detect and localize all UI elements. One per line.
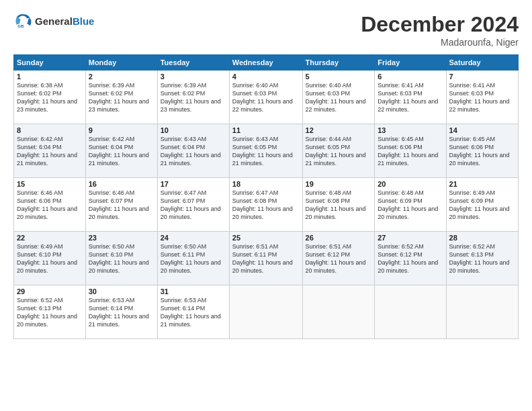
day-number: 8 (17, 126, 83, 134)
calendar-cell: 21 Sunrise: 6:49 AMSunset: 6:09 PMDaylig… (446, 178, 518, 232)
day-number: 5 (306, 73, 372, 81)
day-number: 12 (306, 126, 372, 134)
calendar-cell: 22 Sunrise: 6:49 AMSunset: 6:10 PMDaylig… (14, 232, 86, 285)
calendar-cell: 9 Sunrise: 6:42 AMSunset: 6:04 PMDayligh… (85, 124, 157, 178)
day-number: 24 (161, 234, 226, 242)
calendar-cell: 24 Sunrise: 6:50 AMSunset: 6:11 PMDaylig… (157, 232, 229, 285)
day-number: 9 (89, 126, 154, 134)
day-number: 25 (232, 234, 300, 242)
calendar-table: Sunday Monday Tuesday Wednesday Thursday… (13, 54, 519, 339)
day-info: Sunrise: 6:41 AMSunset: 6:03 PMDaylight:… (378, 82, 438, 113)
day-number: 26 (306, 234, 372, 242)
day-info: Sunrise: 6:49 AMSunset: 6:10 PMDaylight:… (17, 243, 77, 274)
day-number: 16 (89, 180, 154, 188)
calendar-cell: 28 Sunrise: 6:52 AMSunset: 6:13 PMDaylig… (446, 232, 518, 285)
day-number: 2 (89, 73, 154, 81)
day-info: Sunrise: 6:42 AMSunset: 6:04 PMDaylight:… (89, 136, 149, 167)
calendar-cell: 25 Sunrise: 6:51 AMSunset: 6:11 PMDaylig… (229, 232, 302, 285)
day-info: Sunrise: 6:53 AMSunset: 6:14 PMDaylight:… (89, 297, 149, 328)
day-info: Sunrise: 6:47 AMSunset: 6:08 PMDaylight:… (232, 189, 293, 220)
calendar-cell: 13 Sunrise: 6:45 AMSunset: 6:06 PMDaylig… (375, 124, 446, 178)
calendar-cell: 27 Sunrise: 6:52 AMSunset: 6:12 PMDaylig… (375, 232, 446, 285)
calendar-cell: 23 Sunrise: 6:50 AMSunset: 6:10 PMDaylig… (85, 232, 157, 285)
day-info: Sunrise: 6:52 AMSunset: 6:13 PMDaylight:… (17, 297, 77, 328)
calendar-cell: 2 Sunrise: 6:39 AMSunset: 6:02 PMDayligh… (85, 71, 157, 124)
day-info: Sunrise: 6:49 AMSunset: 6:09 PMDaylight:… (449, 189, 510, 220)
day-number: 23 (89, 234, 154, 242)
day-info: Sunrise: 6:52 AMSunset: 6:12 PMDaylight:… (378, 243, 438, 274)
day-info: Sunrise: 6:48 AMSunset: 6:09 PMDaylight:… (378, 189, 438, 220)
header-friday: Friday (375, 55, 446, 71)
calendar-cell: 30 Sunrise: 6:53 AMSunset: 6:14 PMDaylig… (85, 285, 157, 339)
day-info: Sunrise: 6:40 AMSunset: 6:03 PMDaylight:… (306, 82, 366, 113)
calendar-cell: 10 Sunrise: 6:43 AMSunset: 6:04 PMDaylig… (157, 124, 229, 178)
day-number: 3 (161, 73, 226, 81)
day-number: 22 (17, 234, 83, 242)
day-info: Sunrise: 6:51 AMSunset: 6:11 PMDaylight:… (232, 243, 293, 274)
page: GB GeneralBlue December 2024 Madarounfa,… (0, 0, 532, 411)
calendar-cell: 6 Sunrise: 6:41 AMSunset: 6:03 PMDayligh… (375, 71, 446, 124)
day-info: Sunrise: 6:39 AMSunset: 6:02 PMDaylight:… (89, 82, 149, 113)
calendar-cell: 16 Sunrise: 6:46 AMSunset: 6:07 PMDaylig… (85, 178, 157, 232)
calendar-cell: 31 Sunrise: 6:53 AMSunset: 6:14 PMDaylig… (157, 285, 229, 339)
day-number: 10 (161, 126, 226, 134)
day-info: Sunrise: 6:50 AMSunset: 6:10 PMDaylight:… (89, 243, 149, 274)
calendar-cell: 29 Sunrise: 6:52 AMSunset: 6:13 PMDaylig… (14, 285, 86, 339)
day-number: 30 (89, 287, 154, 295)
week-row-4: 22 Sunrise: 6:49 AMSunset: 6:10 PMDaylig… (14, 232, 519, 285)
day-info: Sunrise: 6:44 AMSunset: 6:05 PMDaylight:… (306, 136, 366, 167)
calendar-cell: 11 Sunrise: 6:43 AMSunset: 6:05 PMDaylig… (229, 124, 302, 178)
header-wednesday: Wednesday (229, 55, 302, 71)
calendar-cell: 12 Sunrise: 6:44 AMSunset: 6:05 PMDaylig… (302, 124, 375, 178)
calendar-cell (446, 285, 518, 339)
day-number: 28 (449, 234, 515, 242)
day-info: Sunrise: 6:46 AMSunset: 6:07 PMDaylight:… (89, 189, 149, 220)
calendar-cell: 7 Sunrise: 6:41 AMSunset: 6:03 PMDayligh… (446, 71, 518, 124)
day-info: Sunrise: 6:38 AMSunset: 6:02 PMDaylight:… (17, 82, 77, 113)
day-info: Sunrise: 6:45 AMSunset: 6:06 PMDaylight:… (378, 136, 438, 167)
day-info: Sunrise: 6:39 AMSunset: 6:02 PMDaylight:… (161, 82, 221, 113)
header-sunday: Sunday (14, 55, 86, 71)
calendar-cell: 19 Sunrise: 6:48 AMSunset: 6:08 PMDaylig… (302, 178, 375, 232)
day-info: Sunrise: 6:51 AMSunset: 6:12 PMDaylight:… (306, 243, 366, 274)
header-saturday: Saturday (446, 55, 518, 71)
week-row-5: 29 Sunrise: 6:52 AMSunset: 6:13 PMDaylig… (14, 285, 519, 339)
calendar-cell: 26 Sunrise: 6:51 AMSunset: 6:12 PMDaylig… (302, 232, 375, 285)
day-info: Sunrise: 6:46 AMSunset: 6:06 PMDaylight:… (17, 189, 77, 220)
calendar-cell (229, 285, 302, 339)
calendar-cell: 14 Sunrise: 6:45 AMSunset: 6:06 PMDaylig… (446, 124, 518, 178)
day-number: 31 (161, 287, 226, 295)
logo: GB GeneralBlue (13, 12, 94, 31)
calendar-cell: 5 Sunrise: 6:40 AMSunset: 6:03 PMDayligh… (302, 71, 375, 124)
week-row-1: 1 Sunrise: 6:38 AMSunset: 6:02 PMDayligh… (14, 71, 519, 124)
day-info: Sunrise: 6:41 AMSunset: 6:03 PMDaylight:… (449, 82, 510, 113)
calendar-cell (302, 285, 375, 339)
day-info: Sunrise: 6:43 AMSunset: 6:04 PMDaylight:… (161, 136, 221, 167)
day-number: 21 (449, 180, 515, 188)
day-number: 17 (161, 180, 226, 188)
title-section: December 2024 Madarounfa, Niger (361, 12, 519, 48)
day-number: 15 (17, 180, 83, 188)
day-info: Sunrise: 6:42 AMSunset: 6:04 PMDaylight:… (17, 136, 77, 167)
day-info: Sunrise: 6:40 AMSunset: 6:03 PMDaylight:… (232, 82, 293, 113)
day-number: 27 (378, 234, 443, 242)
calendar-cell (375, 285, 446, 339)
month-title: December 2024 (361, 12, 519, 37)
weekday-header-row: Sunday Monday Tuesday Wednesday Thursday… (14, 55, 519, 71)
day-info: Sunrise: 6:48 AMSunset: 6:08 PMDaylight:… (306, 189, 366, 220)
day-number: 14 (449, 126, 515, 134)
calendar-cell: 20 Sunrise: 6:48 AMSunset: 6:09 PMDaylig… (375, 178, 446, 232)
day-number: 1 (17, 73, 83, 81)
day-number: 7 (449, 73, 515, 81)
week-row-2: 8 Sunrise: 6:42 AMSunset: 6:04 PMDayligh… (14, 124, 519, 178)
logo-icon: GB (13, 12, 32, 31)
day-info: Sunrise: 6:43 AMSunset: 6:05 PMDaylight:… (232, 136, 293, 167)
calendar-cell: 1 Sunrise: 6:38 AMSunset: 6:02 PMDayligh… (14, 71, 86, 124)
day-number: 6 (378, 73, 443, 81)
calendar-cell: 4 Sunrise: 6:40 AMSunset: 6:03 PMDayligh… (229, 71, 302, 124)
day-info: Sunrise: 6:52 AMSunset: 6:13 PMDaylight:… (449, 243, 510, 274)
header-monday: Monday (85, 55, 157, 71)
day-number: 13 (378, 126, 443, 134)
day-number: 19 (306, 180, 372, 188)
day-number: 29 (17, 287, 83, 295)
